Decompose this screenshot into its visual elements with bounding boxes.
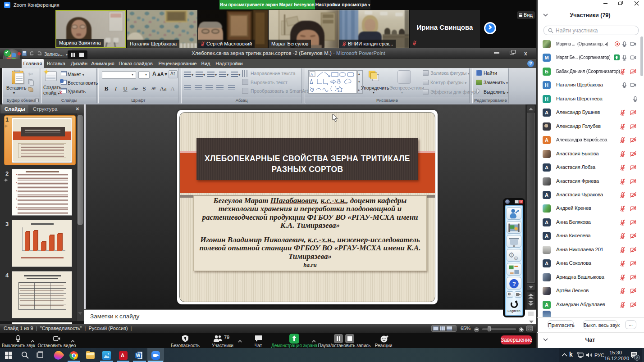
svg-text:?: ?	[512, 281, 516, 287]
svg-text:⚙: ⚙	[514, 255, 519, 262]
svg-text:A: A	[311, 72, 313, 77]
